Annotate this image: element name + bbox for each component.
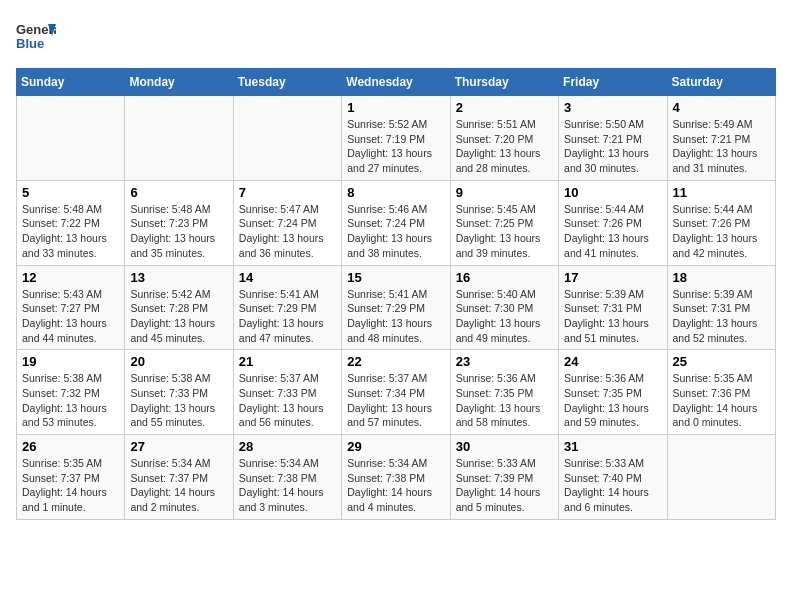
day-info: Sunrise: 5:39 AMSunset: 7:31 PMDaylight:… [564,287,661,346]
day-number: 31 [564,439,661,454]
day-number: 6 [130,185,227,200]
calendar-cell: 4Sunrise: 5:49 AMSunset: 7:21 PMDaylight… [667,96,775,181]
day-number: 3 [564,100,661,115]
calendar-cell: 24Sunrise: 5:36 AMSunset: 7:35 PMDayligh… [559,350,667,435]
day-number: 5 [22,185,119,200]
day-number: 27 [130,439,227,454]
day-number: 10 [564,185,661,200]
calendar-cell: 25Sunrise: 5:35 AMSunset: 7:36 PMDayligh… [667,350,775,435]
day-info: Sunrise: 5:50 AMSunset: 7:21 PMDaylight:… [564,117,661,176]
calendar-week-1: 1Sunrise: 5:52 AMSunset: 7:19 PMDaylight… [17,96,776,181]
calendar-cell: 10Sunrise: 5:44 AMSunset: 7:26 PMDayligh… [559,180,667,265]
day-info: Sunrise: 5:43 AMSunset: 7:27 PMDaylight:… [22,287,119,346]
day-number: 1 [347,100,444,115]
day-number: 7 [239,185,336,200]
day-info: Sunrise: 5:34 AMSunset: 7:38 PMDaylight:… [347,456,444,515]
day-info: Sunrise: 5:47 AMSunset: 7:24 PMDaylight:… [239,202,336,261]
calendar-cell: 18Sunrise: 5:39 AMSunset: 7:31 PMDayligh… [667,265,775,350]
day-number: 12 [22,270,119,285]
header-thursday: Thursday [450,69,558,96]
day-number: 20 [130,354,227,369]
day-info: Sunrise: 5:33 AMSunset: 7:40 PMDaylight:… [564,456,661,515]
header-tuesday: Tuesday [233,69,341,96]
day-number: 4 [673,100,770,115]
calendar-cell: 20Sunrise: 5:38 AMSunset: 7:33 PMDayligh… [125,350,233,435]
day-info: Sunrise: 5:41 AMSunset: 7:29 PMDaylight:… [239,287,336,346]
calendar-body: 1Sunrise: 5:52 AMSunset: 7:19 PMDaylight… [17,96,776,520]
day-info: Sunrise: 5:48 AMSunset: 7:22 PMDaylight:… [22,202,119,261]
calendar-cell: 6Sunrise: 5:48 AMSunset: 7:23 PMDaylight… [125,180,233,265]
day-number: 15 [347,270,444,285]
calendar-table: SundayMondayTuesdayWednesdayThursdayFrid… [16,68,776,520]
day-info: Sunrise: 5:38 AMSunset: 7:32 PMDaylight:… [22,371,119,430]
day-info: Sunrise: 5:46 AMSunset: 7:24 PMDaylight:… [347,202,444,261]
calendar-cell: 11Sunrise: 5:44 AMSunset: 7:26 PMDayligh… [667,180,775,265]
day-info: Sunrise: 5:36 AMSunset: 7:35 PMDaylight:… [456,371,553,430]
day-number: 18 [673,270,770,285]
calendar-cell: 28Sunrise: 5:34 AMSunset: 7:38 PMDayligh… [233,435,341,520]
calendar-week-2: 5Sunrise: 5:48 AMSunset: 7:22 PMDaylight… [17,180,776,265]
day-number: 29 [347,439,444,454]
calendar-cell [233,96,341,181]
calendar-cell [667,435,775,520]
calendar-cell: 8Sunrise: 5:46 AMSunset: 7:24 PMDaylight… [342,180,450,265]
calendar-cell: 23Sunrise: 5:36 AMSunset: 7:35 PMDayligh… [450,350,558,435]
day-number: 25 [673,354,770,369]
calendar-cell: 1Sunrise: 5:52 AMSunset: 7:19 PMDaylight… [342,96,450,181]
day-info: Sunrise: 5:42 AMSunset: 7:28 PMDaylight:… [130,287,227,346]
logo-icon: General Blue [16,16,56,56]
calendar-cell: 7Sunrise: 5:47 AMSunset: 7:24 PMDaylight… [233,180,341,265]
day-number: 2 [456,100,553,115]
day-info: Sunrise: 5:33 AMSunset: 7:39 PMDaylight:… [456,456,553,515]
logo: General Blue [16,16,60,56]
day-number: 13 [130,270,227,285]
day-number: 22 [347,354,444,369]
day-number: 14 [239,270,336,285]
calendar-cell: 19Sunrise: 5:38 AMSunset: 7:32 PMDayligh… [17,350,125,435]
day-number: 26 [22,439,119,454]
header-friday: Friday [559,69,667,96]
calendar-cell: 15Sunrise: 5:41 AMSunset: 7:29 PMDayligh… [342,265,450,350]
calendar-cell: 21Sunrise: 5:37 AMSunset: 7:33 PMDayligh… [233,350,341,435]
calendar-cell: 31Sunrise: 5:33 AMSunset: 7:40 PMDayligh… [559,435,667,520]
calendar-cell: 17Sunrise: 5:39 AMSunset: 7:31 PMDayligh… [559,265,667,350]
day-info: Sunrise: 5:34 AMSunset: 7:37 PMDaylight:… [130,456,227,515]
calendar-cell: 30Sunrise: 5:33 AMSunset: 7:39 PMDayligh… [450,435,558,520]
calendar-cell: 12Sunrise: 5:43 AMSunset: 7:27 PMDayligh… [17,265,125,350]
calendar-cell: 14Sunrise: 5:41 AMSunset: 7:29 PMDayligh… [233,265,341,350]
day-info: Sunrise: 5:36 AMSunset: 7:35 PMDaylight:… [564,371,661,430]
calendar-cell: 27Sunrise: 5:34 AMSunset: 7:37 PMDayligh… [125,435,233,520]
day-info: Sunrise: 5:45 AMSunset: 7:25 PMDaylight:… [456,202,553,261]
calendar-header-row: SundayMondayTuesdayWednesdayThursdayFrid… [17,69,776,96]
day-number: 30 [456,439,553,454]
day-info: Sunrise: 5:35 AMSunset: 7:36 PMDaylight:… [673,371,770,430]
day-number: 9 [456,185,553,200]
day-number: 16 [456,270,553,285]
day-number: 28 [239,439,336,454]
day-info: Sunrise: 5:41 AMSunset: 7:29 PMDaylight:… [347,287,444,346]
day-number: 19 [22,354,119,369]
day-number: 17 [564,270,661,285]
day-info: Sunrise: 5:44 AMSunset: 7:26 PMDaylight:… [564,202,661,261]
day-info: Sunrise: 5:37 AMSunset: 7:34 PMDaylight:… [347,371,444,430]
day-info: Sunrise: 5:51 AMSunset: 7:20 PMDaylight:… [456,117,553,176]
day-info: Sunrise: 5:34 AMSunset: 7:38 PMDaylight:… [239,456,336,515]
day-number: 21 [239,354,336,369]
calendar-cell [17,96,125,181]
calendar-cell: 3Sunrise: 5:50 AMSunset: 7:21 PMDaylight… [559,96,667,181]
day-info: Sunrise: 5:44 AMSunset: 7:26 PMDaylight:… [673,202,770,261]
day-info: Sunrise: 5:39 AMSunset: 7:31 PMDaylight:… [673,287,770,346]
day-info: Sunrise: 5:48 AMSunset: 7:23 PMDaylight:… [130,202,227,261]
calendar-week-5: 26Sunrise: 5:35 AMSunset: 7:37 PMDayligh… [17,435,776,520]
calendar-cell: 5Sunrise: 5:48 AMSunset: 7:22 PMDaylight… [17,180,125,265]
day-number: 23 [456,354,553,369]
day-number: 8 [347,185,444,200]
header-sunday: Sunday [17,69,125,96]
day-info: Sunrise: 5:49 AMSunset: 7:21 PMDaylight:… [673,117,770,176]
day-info: Sunrise: 5:35 AMSunset: 7:37 PMDaylight:… [22,456,119,515]
header-wednesday: Wednesday [342,69,450,96]
calendar-cell: 16Sunrise: 5:40 AMSunset: 7:30 PMDayligh… [450,265,558,350]
day-info: Sunrise: 5:52 AMSunset: 7:19 PMDaylight:… [347,117,444,176]
calendar-cell: 2Sunrise: 5:51 AMSunset: 7:20 PMDaylight… [450,96,558,181]
page-header: General Blue [16,16,776,56]
